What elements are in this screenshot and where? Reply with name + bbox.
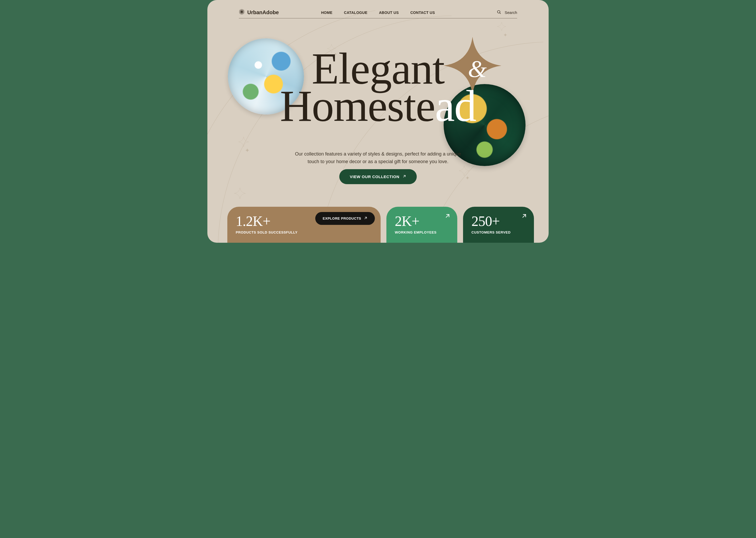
starburst-icon <box>239 9 245 16</box>
nav-link-catalogue[interactable]: CATALOGUE <box>344 11 367 15</box>
cta-label: VIEW OUR COLLECTION <box>350 175 400 179</box>
svg-line-11 <box>365 217 367 219</box>
search-icon <box>496 10 501 15</box>
brand-name: UrbanAdobe <box>247 10 279 16</box>
hero-art-plate-left <box>228 38 304 115</box>
hero-line-2-prefix: Homeste <box>280 81 435 131</box>
primary-nav: HOME CATALOGUE ABOUT US CONTACT US <box>321 11 435 15</box>
sparkle-icon <box>466 176 469 180</box>
search-trigger[interactable]: Search <box>496 10 517 15</box>
sparkle-icon <box>503 33 507 37</box>
search-label: Search <box>504 10 517 15</box>
arrow-up-right-icon <box>521 213 527 220</box>
stat-card-customers[interactable]: 250+ CUSTOMERS SERVED <box>463 207 534 243</box>
svg-line-9 <box>500 13 501 14</box>
stat-label: PRODUCTS SOLD SUCCESSFULLY <box>236 230 372 234</box>
nav-link-contact[interactable]: CONTACT US <box>410 11 435 15</box>
hero-sub-line-2: touch to your home decor or as a special… <box>208 158 548 166</box>
svg-line-10 <box>403 176 405 177</box>
hero-ampersand: & <box>468 57 487 81</box>
nav-link-home[interactable]: HOME <box>321 11 332 15</box>
arrow-up-right-icon <box>364 216 367 221</box>
sparkle-icon <box>238 136 249 147</box>
explore-label: EXPLORE PRODUCTS <box>323 216 361 220</box>
view-collection-button[interactable]: VIEW OUR COLLECTION <box>339 169 417 184</box>
stats-row: 1.2K+ PRODUCTS SOLD SUCCESSFULLY EXPLORE… <box>227 207 529 243</box>
brand-logo[interactable]: UrbanAdobe <box>239 9 279 16</box>
sparkle-icon <box>234 188 246 199</box>
svg-line-12 <box>446 215 449 218</box>
hero-subcopy: Our collection features a variety of sty… <box>208 150 548 166</box>
stat-card-products: 1.2K+ PRODUCTS SOLD SUCCESSFULLY EXPLORE… <box>227 207 381 243</box>
svg-line-13 <box>523 215 526 218</box>
sparkle-icon <box>459 166 469 176</box>
explore-products-button[interactable]: EXPLORE PRODUCTS <box>315 212 375 225</box>
header: UrbanAdobe HOME CATALOGUE ABOUT US CONTA… <box>239 7 517 19</box>
sparkle-icon <box>334 53 337 56</box>
sparkle-icon <box>497 22 506 31</box>
sparkle-icon <box>327 44 336 53</box>
stat-label: CUSTOMERS SERVED <box>471 230 526 234</box>
arrow-up-right-icon <box>402 175 406 179</box>
stat-value: 2K+ <box>395 214 449 228</box>
hero-sub-line-1: Our collection features a variety of sty… <box>208 150 548 158</box>
stat-value: 250+ <box>471 214 526 228</box>
stat-label: WORKING EMPLOYEES <box>395 230 449 234</box>
arrow-up-right-icon <box>445 213 450 220</box>
stat-card-employees[interactable]: 2K+ WORKING EMPLOYEES <box>386 207 457 243</box>
nav-link-about[interactable]: ABOUT US <box>379 11 399 15</box>
page-root: UrbanAdobe HOME CATALOGUE ABOUT US CONTA… <box>208 0 548 243</box>
